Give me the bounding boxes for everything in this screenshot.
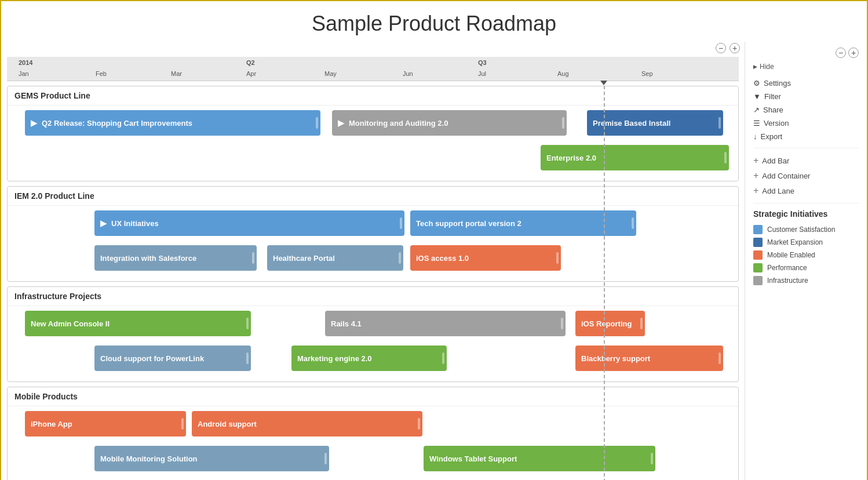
bar-label: Monitoring and Auditing 2.0 [349,119,448,128]
legend-color [753,250,763,260]
bars-area: iPhone AppAndroid supportMobile Monitori… [8,406,738,480]
bar-item[interactable]: Enterprise 2.0 [541,145,729,170]
resize-handle[interactable] [246,352,249,364]
bar-item[interactable]: Marketing engine 2.0 [291,346,447,371]
strategic-initiatives-title: Strategic Initiatives [753,209,859,219]
bars-area: ▶UX InitiativesTech support portal versi… [8,206,738,281]
sidebar-menu-item[interactable]: ▼Filter [753,90,859,103]
resize-handle[interactable] [561,318,563,329]
bar-item[interactable]: ▶Q2 Release: Shopping Cart Improvements [25,110,320,136]
bar-item[interactable]: Blackberry support [575,346,723,371]
legend-label: Customer Satisfaction [767,226,835,234]
sidebar-add-item[interactable]: +Add Lane [753,183,859,198]
bar-item[interactable]: iOS access 1.0 [410,245,561,271]
resize-handle[interactable] [252,252,254,264]
main-area: − + 2014JanFebMarQ2AprMayJunQ3JulAugSep … [1,42,867,480]
bar-label: UX Initiatives [111,219,159,228]
sidebar-menu-item[interactable]: ☰Version [753,117,859,130]
sidebar-add-item[interactable]: +Add Bar [753,153,859,168]
bar-item[interactable]: Cloud support for PowerLink [94,346,251,371]
roadmap-area: − + 2014JanFebMarQ2AprMayJunQ3JulAugSep … [1,42,745,480]
timeline-quarter: 2014 [19,59,32,66]
section-title: GEMS Product Line [8,86,738,106]
resize-handle[interactable] [316,117,318,129]
resize-handle[interactable] [640,318,643,329]
sidebar-menu: ⚙Settings▼Filter↗Share☰Version↓Export [753,77,859,143]
bar-label: Windows Tablet Support [429,454,517,463]
resize-handle[interactable] [724,152,727,163]
resize-handle[interactable] [556,252,559,264]
sidebar-minus-btn[interactable]: − [836,48,846,58]
section-gems: GEMS Product Line▶Q2 Release: Shopping C… [7,86,739,181]
bar-item[interactable]: Rails 4.1 [325,311,566,336]
timeline-header: 2014JanFebMarQ2AprMayJunQ3JulAugSep [7,57,739,81]
legend-label: Market Expansion [767,238,823,246]
timeline-quarter: Q2 [246,59,255,66]
timeline-month: Apr [246,70,256,77]
bar-item[interactable]: Healthcare Portal [267,245,403,271]
resize-handle[interactable] [324,453,327,464]
resize-handle[interactable] [400,217,402,229]
menu-icon: ▼ [753,92,761,101]
menu-label: Version [764,119,789,128]
legend-item: Customer Satisfaction [753,223,859,236]
zoom-in-button[interactable]: + [730,43,740,53]
section-title: IEM 2.0 Product Line [8,187,738,206]
resize-handle[interactable] [418,418,420,430]
sidebar-plus-btn[interactable]: + [848,48,859,58]
resize-handle[interactable] [181,418,184,430]
resize-handle[interactable] [399,252,401,264]
menu-icon: ☰ [753,119,760,128]
bar-label: Rails 4.1 [331,319,362,328]
resize-handle[interactable] [632,217,634,229]
resize-handle[interactable] [246,318,249,329]
hide-button[interactable]: Hide [753,63,859,71]
resize-handle[interactable] [651,453,653,464]
bar-item[interactable]: Premise Based Install [587,110,723,136]
timeline-month: Mar [171,70,182,77]
bar-label: Healthcare Portal [273,254,335,263]
timeline-quarter: Q3 [478,59,487,66]
right-sidebar: − + Hide ⚙Settings▼Filter↗Share☰Version↓… [745,42,867,480]
sections-wrapper: GEMS Product Line▶Q2 Release: Shopping C… [1,86,745,480]
bar-item[interactable]: Tech support portal version 2 [410,210,636,236]
bar-label: Integration with Salesforce [100,254,196,263]
resize-handle[interactable] [719,117,721,129]
sidebar-add-menu: +Add Bar+Add Container+Add Lane [753,153,859,198]
section-iem: IEM 2.0 Product Line▶UX InitiativesTech … [7,186,739,282]
zoom-controls: − + [716,43,740,53]
sidebar-menu-item[interactable]: ↓Export [753,130,859,143]
sidebar-menu-item[interactable]: ↗Share [753,103,859,117]
bar-item[interactable]: ▶UX Initiatives [94,210,404,236]
bars-area: ▶Q2 Release: Shopping Cart Improvements▶… [8,106,738,181]
bar-item[interactable]: Windows Tablet Support [424,446,655,471]
bar-item[interactable]: New Admin Console II [25,311,251,336]
section-title: Mobile Products [8,387,738,406]
legend-item: Infrastructure [753,274,859,287]
sidebar-menu-item[interactable]: ⚙Settings [753,77,859,90]
bar-item[interactable]: iPhone App [25,411,186,437]
bar-item[interactable]: Mobile Monitoring Solution [94,446,329,471]
add-icon: + [753,186,758,196]
resize-handle[interactable] [562,117,564,129]
add-label: Add Lane [762,187,794,195]
legend-item: Mobile Enabled [753,249,859,261]
timeline-month: May [324,70,337,77]
bar-item[interactable]: ▶Monitoring and Auditing 2.0 [332,110,567,136]
zoom-out-button[interactable]: − [716,43,726,53]
bar-label: Tech support portal version 2 [416,219,521,228]
section-title: Infrastructure Projects [8,287,738,306]
timeline-month: Jul [478,70,486,77]
resize-handle[interactable] [442,352,444,364]
bar-label: Mobile Monitoring Solution [100,454,198,463]
timeline-month: Feb [96,70,107,77]
menu-icon: ⚙ [753,79,760,88]
bar-item[interactable]: Integration with Salesforce [94,245,257,271]
bar-item[interactable]: iOS Reporting [575,311,645,336]
bar-label: iPhone App [31,420,72,428]
bar-label: Blackberry support [581,354,650,363]
bar-label: Enterprise 2.0 [546,154,596,162]
sidebar-add-item[interactable]: +Add Container [753,168,859,183]
bar-item[interactable]: Android support [192,411,422,437]
resize-handle[interactable] [719,352,721,364]
